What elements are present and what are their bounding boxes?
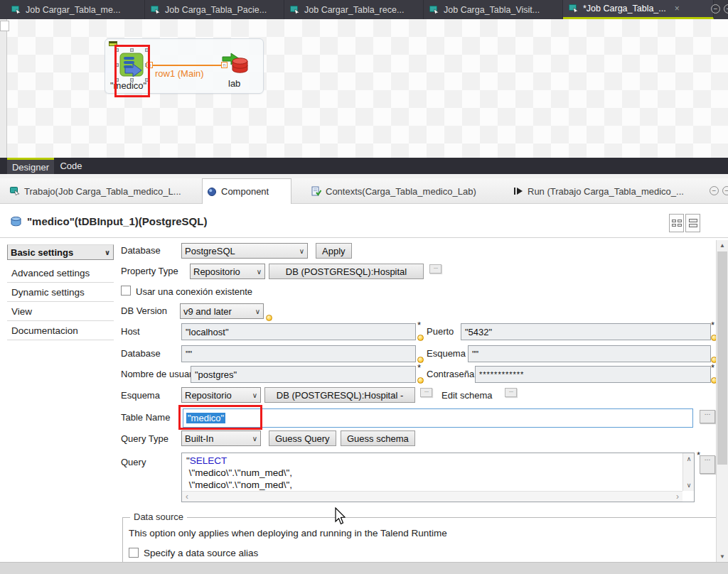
query-horizontal-scrollbar[interactable] — [182, 491, 682, 502]
esquema-value: "" — [472, 349, 478, 359]
table-name-browse-button[interactable] — [700, 410, 715, 423]
palette-strip[interactable] — [0, 19, 7, 158]
hint-bulb-icon — [417, 335, 423, 341]
editor-tab-1[interactable]: Job Cargar_Tabla_me... — [6, 0, 145, 19]
host-input[interactable]: "localhost" — [181, 323, 416, 340]
esquema-repository-button[interactable]: DB (POSTGRESQL):Hospital - — [264, 387, 415, 403]
edit-schema-label: Edit schema — [441, 390, 493, 401]
component-db-icon — [10, 216, 22, 227]
scroll-down-icon[interactable] — [683, 480, 695, 490]
query-type-select[interactable]: Built-In — [181, 430, 261, 446]
guess-schema-button[interactable]: Guess schema — [341, 430, 415, 446]
tab-trabajo[interactable]: Trabajo(Job Carga_Tabla_medico_L... — [6, 178, 199, 204]
sidebar-item-advanced-settings[interactable]: Advanced settings — [7, 264, 114, 283]
scroll-left-icon[interactable] — [186, 492, 188, 502]
tab-run[interactable]: Run (Trabajo Carga_Tabla_medico_... — [509, 178, 700, 204]
minimize-panel-icon[interactable] — [710, 186, 719, 195]
tab-designer[interactable]: Designer — [7, 158, 54, 174]
query-browse-button[interactable] — [700, 455, 715, 474]
palette-fold-icon[interactable] — [0, 21, 9, 31]
guess-query-button[interactable]: Guess Query — [269, 430, 336, 446]
guess-query-label: Guess Query — [275, 433, 330, 444]
sidebar-item-documentacion[interactable]: Documentacion — [7, 321, 114, 340]
tab-code[interactable]: Code — [54, 158, 88, 174]
layout-rows-button[interactable] — [685, 214, 700, 232]
esquema-repo-label: Esquema — [121, 390, 160, 401]
divider — [0, 237, 728, 238]
specify-data-source-alias-checkbox[interactable] — [129, 548, 139, 558]
property-repository-button[interactable]: DB (POSTGRESQL):Hospital — [269, 264, 424, 279]
property-type-label: Property Type — [121, 266, 178, 276]
db-version-select[interactable]: v9 and later — [180, 303, 264, 319]
grid-icon — [672, 220, 682, 227]
close-icon[interactable] — [675, 4, 680, 13]
esquema-input[interactable]: "" — [468, 345, 711, 362]
puerto-input[interactable]: "5432" — [461, 323, 711, 340]
scroll-up-icon[interactable] — [683, 454, 695, 464]
maximize-panel-icon[interactable] — [722, 186, 728, 195]
job-icon — [10, 186, 20, 196]
job-icon — [11, 6, 21, 14]
output-component-label[interactable]: lab — [228, 78, 240, 89]
editor-tab-active[interactable]: *Job Carga_Tabla_... — [563, 0, 714, 19]
sidebar-label: Documentacion — [11, 325, 78, 336]
specify-data-source-alias-label: Specify a data source alias — [144, 548, 258, 558]
property-repository-label: DB (POSTGRESQL):Hospital — [286, 266, 407, 277]
tab-contexts-label: Contexts(Carga_Tabla_medico_Lab) — [326, 186, 476, 197]
contrasena-value: ************ — [479, 370, 524, 379]
rows-icon — [689, 219, 697, 227]
query-editor[interactable]: "SELECT \"medico\".\"num_med\", \"medico… — [181, 453, 695, 502]
esquema-browse-button[interactable] — [420, 388, 432, 397]
tab-contexts[interactable]: Contexts(Carga_Tabla_medico_Lab) — [307, 178, 498, 204]
row-connection-line[interactable] — [149, 65, 226, 66]
editor-tab-2[interactable]: Job Carga_Tabla_Pacie... — [145, 0, 284, 19]
tdboutput-component-icon[interactable] — [221, 50, 248, 75]
sidebar-label: Advanced settings — [11, 268, 90, 278]
layout-grid-button[interactable] — [669, 214, 684, 232]
contexts-icon — [311, 186, 321, 196]
panel-vertical-scrollbar[interactable] — [716, 240, 728, 562]
required-asterisk — [417, 362, 421, 373]
property-browse-button[interactable] — [429, 264, 441, 274]
query-vertical-scrollbar[interactable] — [682, 453, 694, 491]
scroll-down-icon[interactable] — [717, 551, 728, 562]
edit-schema-button[interactable] — [505, 388, 517, 397]
sql-keyword: SELECT — [190, 455, 228, 466]
scrollbar-thumb[interactable] — [717, 251, 727, 465]
hint-bulb-icon — [417, 377, 423, 384]
use-existing-connection-checkbox[interactable] — [121, 286, 131, 296]
editor-tab-3[interactable]: Job Cargar_Tabla_rece... — [284, 0, 424, 19]
sidebar-item-dynamic-settings[interactable]: Dynamic settings — [7, 283, 114, 302]
apply-button[interactable]: Apply — [316, 243, 352, 259]
usuario-input[interactable]: "postgres" — [191, 366, 416, 383]
esquema-repo-select[interactable]: Repositorio — [181, 387, 261, 403]
component-icon — [207, 187, 217, 197]
database-name-input[interactable]: "" — [181, 345, 416, 362]
tab-component[interactable]: Component — [202, 178, 291, 204]
editor-tab-4[interactable]: Job Carga_Tabla_Visit... — [424, 0, 563, 19]
panel-horizontal-scrollbar[interactable] — [0, 562, 728, 574]
sidebar-item-view[interactable]: View — [7, 302, 114, 321]
query-type-label: Query Type — [121, 433, 168, 444]
data-source-legend: Data source — [130, 511, 187, 522]
scroll-right-icon[interactable] — [676, 492, 679, 502]
database-select[interactable]: PostgreSQL — [181, 243, 308, 259]
property-type-select[interactable]: Repositorio — [190, 264, 265, 279]
scroll-up-icon[interactable] — [717, 240, 728, 251]
database-label: Database — [121, 245, 161, 256]
job-designer-canvas[interactable]: "medico" o n row1 (Main) lab — [0, 19, 728, 158]
maximize-icon[interactable] — [724, 4, 728, 13]
contrasena-input[interactable]: ************ — [475, 366, 711, 383]
contrasena-label: Contraseña — [427, 369, 474, 379]
usuario-value: "postgres" — [195, 369, 237, 380]
apply-label: Apply — [322, 246, 346, 256]
minimize-icon[interactable] — [711, 4, 720, 13]
editor-tab-label: Job Cargar_Tabla_rece... — [304, 5, 404, 15]
usuario-label: Nombre de usuario — [121, 369, 200, 379]
use-existing-connection-label: Usar una conexión existente — [136, 286, 252, 297]
esquema-repository-label: DB (POSTGRESQL):Hospital - — [277, 390, 403, 401]
editor-tab-label: Job Cargar_Tabla_me... — [26, 5, 120, 15]
editor-tab-label: Job Carga_Tabla_Visit... — [444, 5, 540, 15]
connection-label[interactable]: row1 (Main) — [155, 68, 204, 79]
sidebar-item-basic-settings[interactable]: Basic settings — [7, 244, 114, 260]
